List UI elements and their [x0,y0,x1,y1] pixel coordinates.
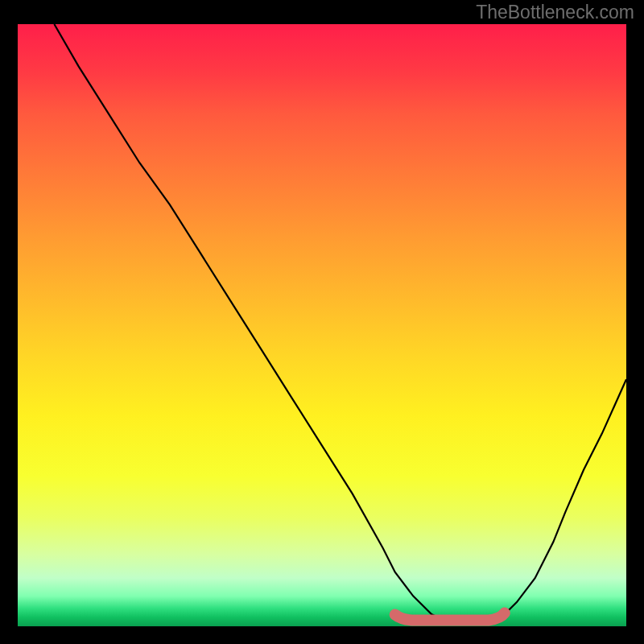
chart-container: TheBottleneck.com [0,0,644,644]
chart-svg [18,24,626,626]
watermark-text: TheBottleneck.com [476,2,634,23]
optimal-range-marker [395,613,505,621]
bottleneck-curve [54,24,626,621]
plot-area [18,24,626,626]
